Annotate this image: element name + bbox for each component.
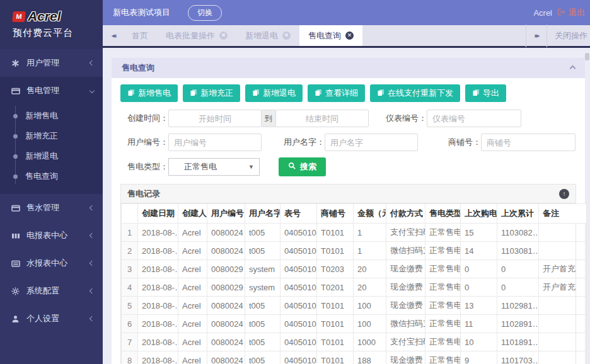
close-icon[interactable]: ✕ [219,31,228,40]
table-cell: 1 [122,224,138,242]
table-cell: 1102981… [497,297,539,315]
table-row[interactable]: 62018-08-…Acrel0080024t00504050101T01011… [122,315,587,333]
table-cell: 0 [461,278,497,297]
tab-首页[interactable]: 首页 [123,25,157,46]
sidebar-item[interactable]: 电报表中心 [0,222,103,249]
sale-type-value: 正常售电 [184,161,217,173]
logout-icon [557,8,566,18]
table-cell: 188 [354,351,386,364]
table-cell: T0101 [317,224,354,242]
close-icon[interactable]: ✕ [282,31,291,40]
table-row[interactable]: 42018-08-…Acrel0080029system04050102T020… [122,278,587,297]
user-name-input[interactable] [325,134,418,151]
table-cell: t005 [245,297,281,315]
table-cell: 2018-08-… [138,315,178,333]
table-cell: T0101 [317,297,354,315]
file-icon [190,89,197,98]
project-name: 新电表测试项目 [113,7,170,18]
sale-type-select[interactable]: 正常售电 ▼ [168,158,260,176]
tabs-scroll-right-icon[interactable]: ▸▸ [526,31,547,40]
shop-no-input[interactable] [481,134,576,151]
table-row[interactable]: 12018-08-…Acrel0080024t00504050101T01011… [122,224,587,242]
sale-query-panel: 售电查询 新增售电新增充正新增退电查看详细在线支付重新下发导出 创建时间： 到 … [112,58,585,364]
table-cell: 04050101 [281,333,317,351]
column-header: 付款方式 [386,204,425,224]
toolbar-button-导出[interactable]: 导出 [465,84,506,102]
to-label: 到 [262,110,275,127]
toolbar-button-查看详细[interactable]: 查看详细 [308,84,365,102]
sidebar-item[interactable]: 水报表中心 [0,249,103,277]
tab-售电查询[interactable]: 售电查询✕ [299,25,362,46]
close-operations-menu[interactable]: 关闭操作 [547,30,590,42]
tabs-scroll-left-icon[interactable]: ◂◂ [103,25,123,46]
toolbar-button-新增退电[interactable]: 新增退电 [245,84,303,102]
records-panel: 售电记录 ↑ 创建日期创建人用户编号用户名字表号商铺号金额（元付款方式售电类型上… [120,184,576,364]
sidebar-item[interactable]: 系统配置 [0,277,103,305]
tab-label: 电表批量操作 [166,30,215,42]
table-cell: 1000 [354,333,386,351]
table-cell: 1102891… [497,315,539,333]
sidebar-item[interactable]: 用户管理 [0,49,103,77]
logout-link[interactable]: 退出 [557,7,585,18]
sidebar-subitem[interactable]: 新增售电 [0,106,103,126]
start-time-input[interactable] [168,110,262,127]
sidebar-subitem[interactable]: 售电查询 [0,166,103,186]
file-icon [127,89,135,98]
toolbar-button-新增充正[interactable]: 新增充正 [183,84,240,102]
tab-电表批量操作[interactable]: 电表批量操作✕ [157,25,236,46]
card-icon [11,87,21,95]
scroll-top-icon[interactable]: ↑ [559,189,569,199]
table-cell: 6 [122,315,138,333]
collapse-panel-icon[interactable] [570,65,576,71]
table-cell: t005 [245,242,281,260]
end-time-input[interactable] [275,110,369,127]
logout-label: 退出 [569,7,585,18]
table-cell: 正常售电 [425,242,461,260]
chevron-left-icon [90,316,95,321]
column-header: 创建人 [178,204,207,224]
table-cell: 开户首充 [539,278,587,297]
table-row[interactable]: 22018-08-…Acrel0080024t00504050101T01011… [122,242,587,260]
table-cell: 04050101 [281,224,317,242]
table-cell: 0080029 [207,260,245,278]
table-cell: 1103081… [497,242,539,260]
sidebar-subitem[interactable]: 新增退电 [0,146,103,166]
table-cell: 3 [122,260,138,278]
table-row[interactable]: 32018-08-…Acrel0080029system04050102T020… [122,260,587,278]
sidebar-subitem[interactable]: 新增充正 [0,126,103,146]
table-row[interactable]: 72018-08-…Acrel0080024t00504050101T01011… [122,333,587,351]
tab-新增退电[interactable]: 新增退电✕ [236,25,299,46]
table-cell: 0080024 [207,315,245,333]
toolbar-button-label: 导出 [483,88,499,99]
table-row[interactable]: 52018-08-…Acrel0080024t00504050101T01011… [122,297,587,315]
report-icon [11,232,21,240]
select-caret-icon: ▼ [248,164,254,170]
search-button[interactable]: 搜索 [279,157,326,176]
table-cell: Acrel [178,278,207,297]
switch-project-button[interactable]: 切换 [188,5,222,21]
person-icon [11,315,21,323]
file-icon [315,89,322,98]
table-cell: 04050102 [281,278,317,297]
table-cell: 2018-08-… [138,351,178,364]
table-row[interactable]: 82018-08-…Acrel0080024t00504050101T01011… [122,351,587,364]
table-cell: 现金缴费 [386,351,425,364]
table-cell: 04050101 [281,242,317,260]
sidebar-item[interactable]: 个人设置 [0,305,103,333]
scrollbar-thumb[interactable] [585,53,589,60]
gear-icon [11,287,21,295]
toolbar-button-在线支付重新下发[interactable]: 在线支付重新下发 [370,84,460,102]
search-label: 搜索 [300,161,316,173]
table-cell: 支付宝扫码 [386,224,425,242]
sidebar-item[interactable]: 售水管理 [0,194,103,222]
toolbar-button-新增售电[interactable]: 新增售电 [120,84,178,102]
meter-no-input[interactable] [427,110,521,127]
sidebar-item[interactable]: 售电管理 [0,77,103,105]
table-body: 12018-08-…Acrel0080024t00504050101T01011… [122,224,587,364]
table-cell: 正常售电 [425,278,461,297]
user-no-input[interactable] [168,134,262,151]
table-cell: Acrel [178,260,207,278]
close-icon[interactable]: ✕ [345,31,354,40]
table-cell: 2018-08-… [138,297,178,315]
sidebar-item-label: 个人设置 [26,313,59,324]
